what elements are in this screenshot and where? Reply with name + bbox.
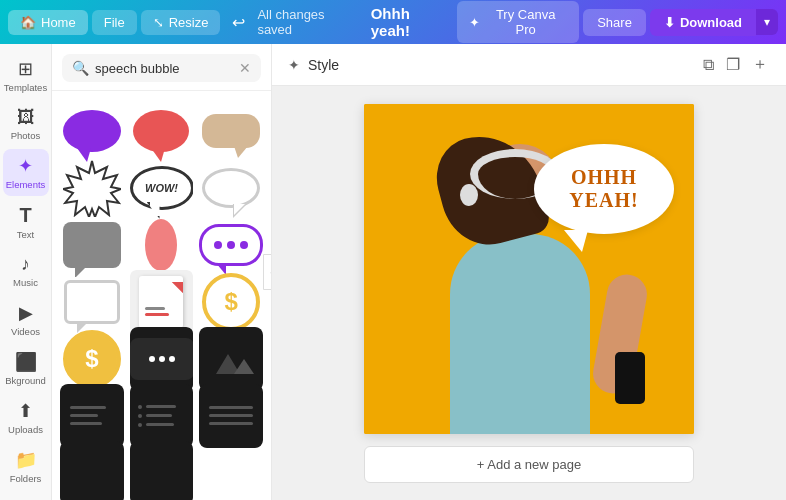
elements-label: Elements — [6, 179, 46, 190]
saved-status: All changes saved — [257, 7, 362, 37]
element-dark-extra-1[interactable] — [60, 441, 124, 500]
element-dark-lines[interactable] — [199, 384, 263, 448]
file-button[interactable]: File — [92, 10, 137, 35]
canvas-toolbar: ⧉ ❐ ＋ — [701, 52, 770, 77]
copy-button[interactable]: ⧉ — [701, 54, 716, 76]
sidebar-item-background[interactable]: ⬛ Bkground — [3, 345, 49, 392]
sidebar-item-music[interactable]: ♪ Music — [3, 248, 49, 294]
element-white-oval-bubble[interactable] — [199, 156, 263, 220]
templates-label: Templates — [4, 82, 47, 93]
music-icon: ♪ — [21, 254, 30, 275]
element-red-bubble[interactable] — [130, 99, 194, 163]
element-gray-rect-bubble[interactable] — [60, 213, 124, 277]
top-navigation: 🏠 Home File ⤡ Resize ↩ All changes saved… — [0, 0, 786, 44]
main-layout: ⊞ Templates 🖼 Photos ✦ Elements T Text ♪… — [0, 44, 786, 500]
canvas-area: ✦ Style ⧉ ❐ ＋ — [272, 44, 786, 500]
file-label: File — [104, 15, 125, 30]
resize-icon: ⤡ — [153, 15, 164, 30]
uploads-icon: ⬆ — [18, 400, 33, 422]
download-caret-button[interactable]: ▾ — [756, 9, 778, 35]
element-wow-bubble[interactable]: WOW! — [130, 156, 194, 220]
uploads-label: Uploads — [8, 424, 43, 435]
element-dark-landscape[interactable] — [199, 327, 263, 391]
element-dollar-filled[interactable]: $ — [60, 327, 124, 391]
elements-panel: 🔍 ✕ — [52, 44, 272, 500]
sidebar-item-templates[interactable]: ⊞ Templates — [3, 52, 49, 99]
background-label: Bkground — [5, 375, 46, 386]
sidebar-item-folders[interactable]: 📁 Folders — [3, 443, 49, 490]
music-label: Music — [13, 277, 38, 288]
element-dark-text-list[interactable] — [130, 384, 194, 448]
search-icon: 🔍 — [72, 60, 89, 76]
sidebar-item-elements[interactable]: ✦ Elements — [3, 149, 49, 196]
download-label: Download — [680, 15, 742, 30]
sidebar-item-text[interactable]: T Text — [3, 198, 49, 246]
style-label: Style — [308, 57, 339, 73]
templates-icon: ⊞ — [18, 58, 33, 80]
style-bar: ✦ Style ⧉ ❐ ＋ — [272, 44, 786, 86]
home-label: Home — [41, 15, 76, 30]
undo-button[interactable]: ↩ — [224, 8, 253, 37]
speech-bubble[interactable]: OHHH YEAH! — [534, 144, 674, 234]
canvas-image[interactable]: OHHH YEAH! — [364, 104, 694, 434]
element-dark-dots-bubble[interactable] — [130, 327, 194, 391]
text-label: Text — [17, 229, 34, 240]
try-canva-label: Try Canva Pro — [484, 7, 567, 37]
share-label: Share — [597, 15, 632, 30]
element-dots-bubble[interactable] — [199, 213, 263, 277]
text-icon: T — [19, 204, 31, 227]
bubble-text: OHHH YEAH! — [534, 166, 674, 212]
try-canva-pro-button[interactable]: ✦ Try Canva Pro — [457, 1, 579, 43]
search-input[interactable] — [95, 61, 233, 76]
elements-icon: ✦ — [18, 155, 33, 177]
search-input-wrap[interactable]: 🔍 ✕ — [62, 54, 261, 82]
element-dark-extra-2[interactable] — [130, 441, 194, 500]
element-white-rect-bubble[interactable] — [60, 270, 124, 334]
download-button[interactable]: ⬇ Download — [650, 9, 756, 36]
folders-icon: 📁 — [15, 449, 37, 471]
home-button[interactable]: 🏠 Home — [8, 10, 88, 35]
resize-label: Resize — [169, 15, 209, 30]
search-clear-button[interactable]: ✕ — [239, 60, 251, 76]
element-dollar-outline[interactable]: $ — [199, 270, 263, 334]
sidebar-item-more[interactable]: ••• More — [3, 492, 49, 500]
element-dark-list-bubble[interactable] — [60, 384, 124, 448]
panel-collapse-button[interactable]: ‹ — [263, 254, 272, 290]
photos-icon: 🖼 — [17, 107, 35, 128]
canvas-frame: OHHH YEAH! + Add a new page — [364, 104, 694, 483]
share-button[interactable]: Share — [583, 9, 646, 36]
element-beige-bubble[interactable] — [199, 99, 263, 163]
elements-grid: WOW! — [52, 91, 271, 500]
resize-button[interactable]: ⤡ Resize — [141, 10, 221, 35]
sidebar-item-videos[interactable]: ▶ Videos — [3, 296, 49, 343]
star-icon: ✦ — [469, 15, 480, 30]
download-icon: ⬇ — [664, 15, 675, 30]
canvas-scroll[interactable]: OHHH YEAH! + Add a new page — [344, 86, 714, 500]
element-doc-icon[interactable] — [130, 270, 194, 334]
style-icon: ✦ — [288, 57, 300, 73]
videos-label: Videos — [11, 326, 40, 337]
background-icon: ⬛ — [15, 351, 37, 373]
search-bar: 🔍 ✕ — [52, 44, 271, 91]
add-button[interactable]: ＋ — [750, 52, 770, 77]
duplicate-button[interactable]: ❐ — [724, 53, 742, 76]
download-button-group: ⬇ Download ▾ — [650, 9, 778, 36]
element-pink-tall-bubble[interactable] — [130, 213, 194, 277]
videos-icon: ▶ — [19, 302, 33, 324]
document-title: Ohhh yeah! — [371, 5, 453, 39]
icon-sidebar: ⊞ Templates 🖼 Photos ✦ Elements T Text ♪… — [0, 44, 52, 500]
element-spiky-bubble[interactable] — [60, 156, 124, 220]
add-page-button[interactable]: + Add a new page — [364, 446, 694, 483]
sidebar-item-uploads[interactable]: ⬆ Uploads — [3, 394, 49, 441]
element-purple-bubble[interactable] — [60, 99, 124, 163]
sidebar-item-photos[interactable]: 🖼 Photos — [3, 101, 49, 147]
home-icon: 🏠 — [20, 15, 36, 30]
folders-label: Folders — [10, 473, 42, 484]
photos-label: Photos — [11, 130, 41, 141]
